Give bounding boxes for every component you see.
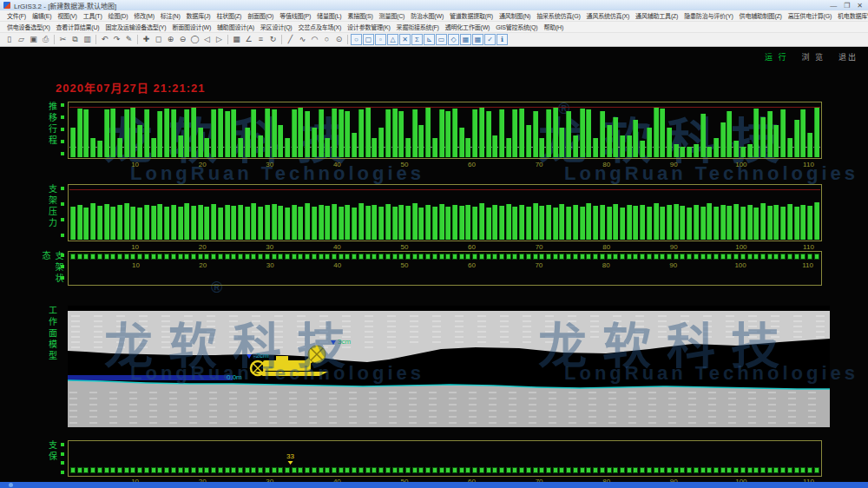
status-block (365, 254, 371, 260)
zoom-out-icon[interactable]: ⊖ (177, 34, 188, 45)
cut-icon[interactable]: ✂ (57, 34, 69, 45)
support-pressure-chart[interactable] (68, 184, 822, 241)
menu-item[interactable]: 固定及运输设备选型(Y) (103, 23, 168, 31)
prev-view-icon[interactable]: ◁ (201, 34, 213, 45)
menu-item[interactable]: 工具(T) (82, 11, 104, 20)
bar (97, 206, 102, 240)
menu-item[interactable]: 绘图(D) (107, 11, 130, 20)
redo-icon[interactable]: ↷ (111, 34, 122, 45)
layers-icon[interactable]: ≡ (255, 34, 266, 45)
draw-polyline-icon[interactable]: ∿ (297, 34, 308, 45)
diamond-icon[interactable]: ◇ (448, 34, 459, 45)
bar (492, 205, 497, 240)
draw-point-icon[interactable]: ⊙ (333, 34, 345, 45)
info-icon[interactable]: ℹ (496, 34, 508, 45)
map-canvas[interactable]: 龙软科技 龙软科技 LongRuan Technologies LongRuan… (0, 48, 868, 488)
menu-item[interactable]: 文件(F) (5, 11, 28, 20)
status-block (660, 254, 665, 260)
push-stroke-chart[interactable] (68, 102, 822, 159)
menu-item[interactable]: GIS管控系统(Q) (494, 23, 539, 31)
menu-item[interactable]: 视图(V) (56, 11, 78, 20)
draw-arc-icon[interactable]: ◠ (309, 34, 320, 45)
menu-item[interactable]: 素描图(S) (345, 11, 374, 20)
menu-item[interactable]: 储量图(L) (315, 11, 343, 20)
menu-item[interactable]: 供电设备选型(X) (5, 23, 52, 31)
support-status-panel[interactable]: 102030405060708090100110 (68, 251, 822, 286)
menu-item[interactable]: 高压供电计算(G) (786, 11, 833, 20)
shape-rect-icon[interactable]: ▢ (363, 34, 374, 45)
paste-icon[interactable]: ▥ (82, 34, 93, 45)
pan-icon[interactable]: ✚ (141, 34, 152, 45)
select-rect-icon[interactable]: ▦ (231, 34, 242, 45)
status-block (760, 467, 766, 473)
draw-circle-icon[interactable]: ○ (321, 34, 332, 45)
menu-item[interactable]: 通风系统仿真(X) (585, 11, 632, 20)
support-guard-panel[interactable]: 33 (68, 440, 822, 477)
menu-item[interactable]: 供电辅助制图(Z) (738, 11, 784, 20)
menu-item[interactable]: 抽采系统仿真(G) (535, 11, 582, 20)
shape-circle-icon[interactable]: ○ (351, 34, 362, 45)
menu-item[interactable]: 机电数据库管理(Q) (836, 11, 868, 20)
menu-item[interactable]: 辅助图设计(A) (215, 23, 256, 31)
menu-item[interactable]: 帮助(H) (542, 23, 565, 31)
menu-item[interactable]: 透明化工作面(W) (444, 23, 491, 31)
next-view-icon[interactable]: ▷ (214, 34, 225, 45)
exit-button[interactable]: 退出 (838, 51, 858, 63)
shape-triangle-icon[interactable]: △ (387, 34, 398, 45)
sigma-icon[interactable]: Σ (411, 34, 423, 45)
menu-item[interactable]: 标注(N) (159, 11, 182, 20)
angle-icon[interactable]: ⊾ (424, 34, 435, 45)
menu-item[interactable]: 采区设计(Q) (259, 23, 294, 31)
flag-icon[interactable]: ▭ (436, 34, 447, 45)
menu-item[interactable]: 交岔点及车场(X) (297, 23, 344, 31)
zoom-in-icon[interactable]: ⊕ (165, 34, 176, 45)
undo-icon[interactable]: ↶ (99, 34, 110, 45)
print-icon[interactable]: ⎙ (40, 34, 51, 45)
menu-item[interactable]: 编辑(E) (30, 11, 53, 20)
menu-item[interactable]: 采掘衔接系统(F) (395, 23, 441, 31)
shape-square-icon[interactable]: ▫ (375, 34, 386, 45)
menu-item[interactable]: 管道数据提取(R) (448, 11, 495, 20)
menu-item[interactable]: 通风辅助工具(Z) (634, 11, 680, 20)
status-block (97, 467, 102, 473)
status-block (305, 254, 310, 260)
minimize-button[interactable]: — (830, 2, 837, 10)
menu-item[interactable]: 隐患防治与评价(Y) (682, 11, 734, 20)
menu-item[interactable]: 通风制图(N) (497, 11, 532, 20)
maximize-button[interactable]: ❐ (844, 2, 850, 10)
status-block (767, 467, 773, 473)
zoom-window-icon[interactable]: ◻ (153, 34, 164, 45)
run-button[interactable]: 运 行 (765, 51, 788, 63)
draw-line-icon[interactable]: ╱ (285, 34, 296, 45)
bar (352, 208, 357, 240)
menu-item[interactable]: 防治水图(W) (409, 11, 445, 20)
menu-item[interactable]: 数据库(J) (185, 11, 213, 20)
menu-item[interactable]: 断面图设计(W) (170, 23, 213, 31)
measure-icon[interactable]: ∠ (243, 34, 254, 45)
format-brush-icon[interactable]: ✎ (123, 34, 135, 45)
copy-icon[interactable]: ⧉ (69, 34, 81, 45)
shape-cross-icon[interactable]: ✕ (399, 34, 411, 45)
status-block (251, 467, 256, 473)
working-face-model[interactable]: -2cm 0.0m 3cm (68, 306, 830, 427)
status-block (794, 254, 799, 260)
check-icon[interactable]: ✓ (484, 34, 496, 45)
menu-item[interactable]: 查看计算结果(U) (55, 23, 102, 31)
menu-item[interactable]: 修改(M) (132, 11, 156, 20)
menu-item[interactable]: 剖面图(O) (246, 11, 275, 20)
menu-item[interactable]: 柱状图(Z) (215, 11, 244, 20)
menu-item[interactable]: 测量图(C) (378, 11, 407, 20)
save-icon[interactable]: ▣ (28, 34, 39, 45)
menu-item[interactable]: 设计参数管理(K) (345, 23, 392, 31)
grid-b-icon[interactable]: ▦ (472, 34, 483, 45)
menu-item[interactable]: 等值线图(P) (278, 11, 312, 20)
browse-button[interactable]: 浏 览 (801, 51, 825, 63)
open-folder-icon[interactable]: ▱ (16, 34, 27, 45)
grid-a-icon[interactable]: ▦ (460, 34, 471, 45)
bar (687, 147, 692, 157)
new-file-icon[interactable]: ▯ (3, 34, 15, 45)
zoom-extent-icon[interactable]: ◯ (189, 34, 201, 45)
refresh-icon[interactable]: ↻ (267, 34, 279, 45)
close-button[interactable]: ✕ (857, 2, 863, 10)
bar (512, 109, 517, 157)
